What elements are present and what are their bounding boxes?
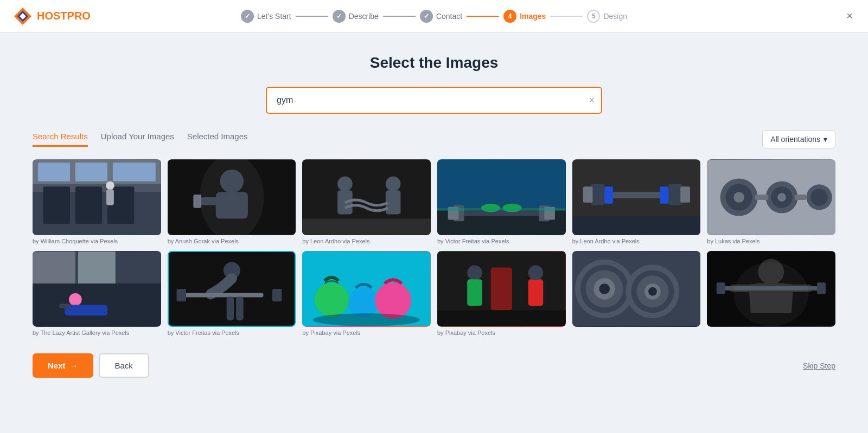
image-credit-7: by The Lazy Artist Gallery via Pexels xyxy=(33,329,161,336)
svg-rect-35 xyxy=(437,208,566,211)
step-1-label: Let's Start xyxy=(257,12,291,21)
orientation-dropdown[interactable]: All orientations ▾ xyxy=(762,130,835,148)
list-item: by Victor Freitas via Pexels xyxy=(168,251,296,336)
step-design: 5 Design xyxy=(587,10,627,23)
step-4-label: Images xyxy=(520,12,546,21)
svg-rect-5 xyxy=(43,186,70,224)
svg-point-78 xyxy=(467,266,482,281)
skip-step-link[interactable]: Skip Step xyxy=(803,361,835,370)
svg-point-53 xyxy=(811,189,828,206)
search-container: × xyxy=(266,87,602,114)
image-card-9[interactable] xyxy=(302,251,431,327)
step-3-circle: ✓ xyxy=(420,10,433,23)
step-3-label: Contact xyxy=(436,12,462,21)
tab-search-results[interactable]: Search Results xyxy=(33,132,88,147)
step-line-3 xyxy=(467,16,499,17)
list-item: by Victor Freitas via Pexels xyxy=(437,159,566,244)
list-item: by Pixabay via Pexels xyxy=(437,251,566,336)
image-card-2[interactable] xyxy=(168,159,296,235)
step-contact: ✓ Contact xyxy=(420,10,462,23)
svg-point-89 xyxy=(599,283,610,294)
step-line-4 xyxy=(550,16,583,17)
svg-rect-101 xyxy=(817,282,826,294)
step-2-circle: ✓ xyxy=(333,10,346,23)
svg-rect-79 xyxy=(467,279,482,306)
step-4-circle: 4 xyxy=(503,10,516,23)
image-card-12[interactable] xyxy=(707,251,835,327)
image-credit-3: by Leon Ardho via Pexels xyxy=(302,238,431,244)
arrow-icon: → xyxy=(70,361,78,370)
svg-rect-38 xyxy=(591,184,604,205)
logo-text: HOSTPRO xyxy=(37,10,91,22)
step-line-2 xyxy=(383,16,416,17)
svg-rect-11 xyxy=(113,163,156,182)
next-button[interactable]: Next → xyxy=(33,353,93,378)
svg-rect-100 xyxy=(717,282,725,294)
step-lets-start: ✓ Let's Start xyxy=(241,10,291,23)
tabs: Search Results Upload Your Images Select… xyxy=(33,132,248,147)
list-item: by Leon Ardho via Pexels xyxy=(302,159,431,244)
step-1-circle: ✓ xyxy=(241,10,254,23)
bottom-bar: Next → Back Skip Step xyxy=(33,345,835,378)
svg-point-74 xyxy=(349,287,379,317)
tab-selected[interactable]: Selected Images xyxy=(187,132,248,147)
list-item: by Anush Gorak via Pexels xyxy=(168,159,296,244)
svg-point-102 xyxy=(734,262,809,326)
step-5-circle: 5 xyxy=(587,10,600,23)
image-card-3[interactable] xyxy=(302,159,431,235)
svg-rect-67 xyxy=(272,289,282,301)
image-credit-5: by Leon Ardho via Pexels xyxy=(572,238,701,244)
image-card-4[interactable] xyxy=(437,159,566,235)
main-content: Select the Images × Search Results Uploa… xyxy=(0,33,868,389)
svg-point-23 xyxy=(386,177,401,192)
image-credit-4: by Victor Freitas via Pexels xyxy=(437,238,566,244)
svg-point-48 xyxy=(734,192,745,203)
svg-rect-25 xyxy=(302,218,431,235)
image-credit-10: by Pixabay via Pexels xyxy=(437,329,566,336)
svg-rect-10 xyxy=(75,163,107,182)
svg-rect-83 xyxy=(437,310,566,326)
svg-rect-65 xyxy=(184,293,263,298)
bottom-left: Next → Back xyxy=(33,353,149,378)
close-button[interactable]: × xyxy=(844,8,855,24)
image-card-7[interactable] xyxy=(33,251,161,327)
image-card-1[interactable] xyxy=(33,159,161,235)
search-clear-button[interactable]: × xyxy=(589,95,595,106)
step-2-label: Describe xyxy=(349,12,379,21)
image-card-11[interactable] xyxy=(572,251,701,327)
search-input[interactable] xyxy=(266,87,602,114)
tab-upload[interactable]: Upload Your Images xyxy=(101,132,174,147)
svg-rect-55 xyxy=(795,195,807,200)
svg-point-75 xyxy=(375,282,411,319)
svg-rect-44 xyxy=(572,216,701,235)
svg-rect-80 xyxy=(528,279,544,306)
svg-rect-28 xyxy=(458,211,544,216)
list-item: by William Choquette via Pexels xyxy=(33,159,161,244)
header: HOSTPRO ✓ Let's Start ✓ Describe ✓ Conta… xyxy=(0,0,868,33)
svg-rect-68 xyxy=(226,297,234,321)
svg-rect-82 xyxy=(491,268,512,311)
image-credit-1: by William Choquette via Pexels xyxy=(33,238,161,244)
step-describe: ✓ Describe xyxy=(333,10,379,23)
svg-rect-43 xyxy=(660,186,668,204)
svg-point-21 xyxy=(337,177,353,192)
svg-rect-39 xyxy=(668,184,682,205)
svg-point-94 xyxy=(648,287,657,296)
svg-rect-59 xyxy=(78,251,116,283)
svg-rect-6 xyxy=(75,186,102,224)
back-button[interactable]: Back xyxy=(99,353,149,378)
svg-point-51 xyxy=(777,193,786,202)
next-label: Next xyxy=(48,361,66,370)
list-item xyxy=(572,251,701,336)
image-card-5[interactable] xyxy=(572,159,701,235)
svg-point-19 xyxy=(200,159,264,235)
svg-rect-42 xyxy=(604,186,613,204)
svg-point-12 xyxy=(106,181,114,190)
svg-rect-13 xyxy=(106,189,114,205)
logo-icon xyxy=(13,7,33,26)
stepper: ✓ Let's Start ✓ Describe ✓ Contact 4 Ima… xyxy=(241,10,627,23)
svg-point-81 xyxy=(528,266,544,281)
image-card-6[interactable] xyxy=(707,159,835,235)
image-card-8[interactable] xyxy=(168,251,296,327)
image-card-10[interactable] xyxy=(437,251,566,327)
